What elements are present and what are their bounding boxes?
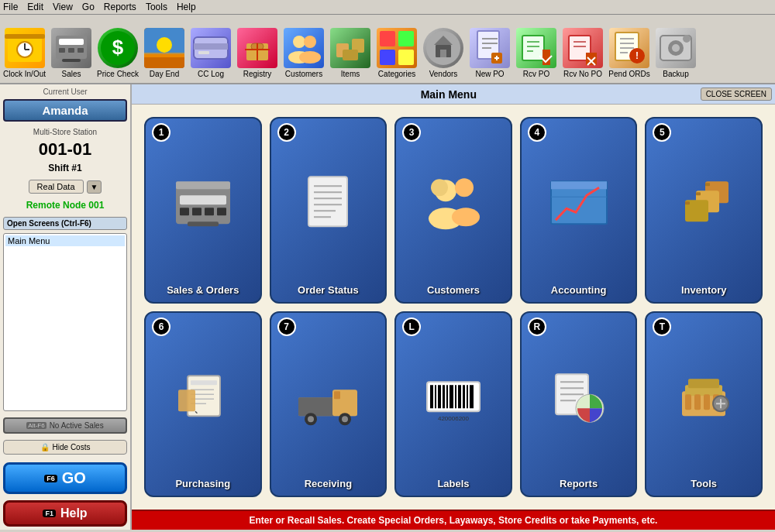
tile-order-status[interactable]: 2 Order Status — [270, 117, 388, 304]
categories-label: Categories — [378, 70, 415, 78]
svg-rect-74 — [188, 221, 219, 226]
menu-tools[interactable]: Tools — [146, 2, 167, 12]
go-label: GO — [62, 469, 86, 487]
content-header: Main Menu CLOSE SCREEN — [132, 84, 775, 105]
toolbar-registry[interactable]: Registry — [235, 26, 280, 80]
toolbar-backup[interactable]: Backup — [653, 26, 698, 80]
open-screen-item-main-menu[interactable]: Main Menu — [5, 235, 125, 246]
sales-icon — [51, 28, 91, 68]
registry-icon — [237, 28, 277, 68]
toolbar-day-end[interactable]: Day End — [142, 26, 187, 80]
status-bar: Enter or Recall Sales. Create Special Or… — [132, 510, 775, 530]
tile-badge-r: R — [528, 317, 546, 336]
menu-view[interactable]: View — [53, 2, 73, 12]
svg-rect-122 — [470, 385, 474, 408]
real-data-row: Real Data ▼ — [3, 180, 127, 194]
svg-point-83 — [455, 178, 474, 197]
tools-icon — [673, 319, 735, 475]
items-icon — [330, 28, 370, 68]
go-button[interactable]: F6 GO — [3, 462, 127, 494]
purchasing-icon — [172, 319, 234, 475]
svg-rect-75 — [308, 177, 347, 226]
no-active-sales-button[interactable]: Alt-F6 No Active Sales — [3, 417, 127, 434]
station-id: 001-01 — [3, 139, 127, 160]
svg-rect-121 — [467, 385, 468, 408]
real-data-arrow[interactable]: ▼ — [87, 180, 102, 194]
help-button[interactable]: F1 Help — [3, 500, 127, 527]
tile-purchasing[interactable]: 6 Purchasing — [144, 311, 262, 498]
svg-rect-69 — [180, 195, 226, 204]
svg-rect-32 — [398, 31, 414, 46]
tile-label-inventory: Inventory — [681, 284, 727, 296]
svg-point-14 — [157, 37, 172, 53]
clock-icon — [5, 28, 45, 68]
tile-badge-6: 6 — [152, 317, 170, 336]
toolbar-customers[interactable]: Customers — [281, 26, 326, 80]
svg-rect-94 — [696, 192, 701, 195]
toolbar-pend-ords[interactable]: ! Pend ORDs — [607, 26, 652, 80]
user-name-button[interactable]: Amanda — [3, 99, 127, 122]
svg-point-84 — [431, 179, 448, 196]
tile-badge-4: 4 — [528, 123, 546, 142]
toolbar-rcv-no-po[interactable]: Rcv No PO — [560, 26, 605, 80]
open-screens-header[interactable]: Open Screens (Ctrl-F6) — [3, 217, 127, 230]
svg-rect-119 — [458, 385, 461, 408]
tile-tools[interactable]: T Tools — [645, 311, 763, 498]
hide-costs-button[interactable]: 🔒 Hide Costs — [3, 440, 127, 455]
f1-badge: F1 — [43, 510, 56, 517]
svg-rect-70 — [180, 208, 189, 215]
svg-rect-33 — [380, 50, 395, 65]
toolbar-sales[interactable]: Sales — [49, 26, 94, 80]
real-data-button[interactable]: Real Data — [29, 180, 84, 194]
svg-rect-68 — [176, 181, 230, 189]
accounting-icon — [548, 125, 610, 281]
tile-receiving[interactable]: 7 Receiving — [270, 311, 388, 498]
tile-label-accounting: Accounting — [551, 284, 607, 296]
svg-rect-118 — [455, 385, 456, 408]
rcv-po-icon — [516, 28, 556, 68]
toolbar-rcv-po[interactable]: Rcv PO — [514, 26, 559, 80]
new-po-label: New PO — [475, 70, 504, 78]
toolbar: Clock In/Out Sales $ Price Check Day End… — [0, 15, 775, 84]
customers-icon — [284, 28, 324, 68]
tile-label-labels: Labels — [437, 478, 469, 489]
svg-marker-50 — [542, 50, 550, 65]
svg-text:420006200: 420006200 — [438, 415, 470, 422]
menu-reports[interactable]: Reports — [104, 2, 136, 12]
svg-rect-112 — [430, 385, 433, 408]
svg-rect-18 — [194, 43, 228, 50]
multi-store-label: Multi-Store Station — [3, 128, 127, 136]
backup-label: Backup — [663, 70, 688, 78]
pend-ords-icon: ! — [609, 28, 649, 68]
menu-help[interactable]: Help — [177, 2, 196, 12]
tile-badge-7: 7 — [277, 317, 296, 336]
vendors-icon — [423, 28, 463, 68]
tile-customers[interactable]: 3 Customers — [394, 117, 512, 304]
svg-rect-34 — [398, 50, 414, 65]
no-active-sales-label: No Active Sales — [50, 421, 104, 430]
tile-accounting[interactable]: 4 Accounting — [520, 117, 638, 304]
menu-go[interactable]: Go — [82, 2, 95, 12]
tile-label-purchasing: Purchasing — [175, 478, 230, 489]
menu-file[interactable]: File — [3, 2, 18, 12]
svg-rect-73 — [217, 208, 226, 215]
toolbar-vendors[interactable]: Vendors — [421, 26, 466, 80]
toolbar-cc-log[interactable]: CC Log — [188, 26, 233, 80]
svg-rect-117 — [450, 385, 453, 408]
tile-inventory[interactable]: 5 Inventory — [645, 117, 763, 304]
menu-edit[interactable]: Edit — [27, 2, 43, 12]
shift-label: Shift #1 — [3, 163, 127, 173]
tile-labels[interactable]: L 420006200 Labels — [394, 311, 512, 498]
toolbar-items[interactable]: Items — [328, 26, 373, 80]
svg-rect-31 — [380, 31, 395, 46]
tile-sales-orders[interactable]: 1 Sales & Orders — [144, 117, 262, 304]
alt-f6-badge: Alt-F6 — [26, 422, 46, 429]
clock-in-out-label: Clock In/Out — [3, 70, 46, 78]
toolbar-new-po[interactable]: New PO — [467, 26, 512, 80]
toolbar-clock-in-out[interactable]: Clock In/Out — [2, 26, 47, 80]
toolbar-price-check[interactable]: $ Price Check — [95, 26, 140, 80]
tile-reports[interactable]: R Reports — [520, 311, 638, 498]
close-screen-button[interactable]: CLOSE SCREEN — [701, 88, 772, 101]
svg-rect-115 — [443, 385, 445, 408]
toolbar-categories[interactable]: Categories — [374, 26, 419, 80]
